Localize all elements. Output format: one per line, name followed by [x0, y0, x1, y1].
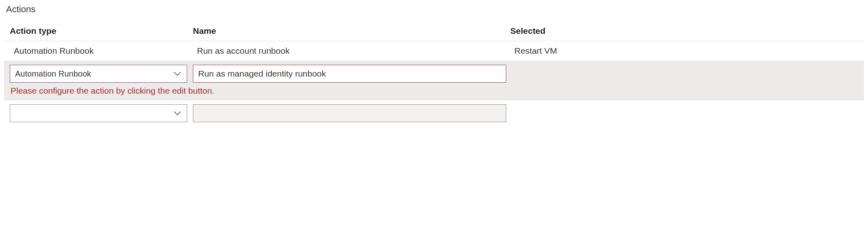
column-header-action-type: Action type: [10, 26, 193, 36]
name-input-value: Run as managed identity runbook: [198, 69, 326, 79]
section-title: Actions: [4, 4, 864, 15]
table-header-row: Action type Name Selected: [4, 22, 864, 41]
actions-table: Action type Name Selected Automation Run…: [4, 22, 864, 126]
name-input-empty[interactable]: [193, 104, 506, 122]
chevron-down-icon: [174, 111, 181, 116]
table-row: Automation Runbook Run as account runboo…: [4, 41, 864, 61]
cell-action-type: Automation Runbook: [14, 46, 197, 56]
column-header-name: Name: [193, 26, 510, 36]
table-row-new: [4, 100, 864, 126]
name-input[interactable]: Run as managed identity runbook: [193, 65, 506, 83]
action-type-dropdown[interactable]: Automation Runbook: [10, 65, 187, 83]
validation-message: Please configure the action by clicking …: [10, 83, 858, 96]
dropdown-value: Automation Runbook: [15, 69, 91, 79]
cell-selected: Restart VM: [514, 46, 854, 56]
cell-name: Run as account runbook: [197, 46, 514, 56]
action-type-dropdown-empty[interactable]: [10, 104, 187, 122]
column-header-selected: Selected: [510, 26, 858, 36]
table-row-editing: Automation Runbook Run as managed identi…: [10, 65, 858, 83]
edit-row-wrapper: Automation Runbook Run as managed identi…: [4, 61, 864, 100]
chevron-down-icon: [174, 71, 181, 76]
